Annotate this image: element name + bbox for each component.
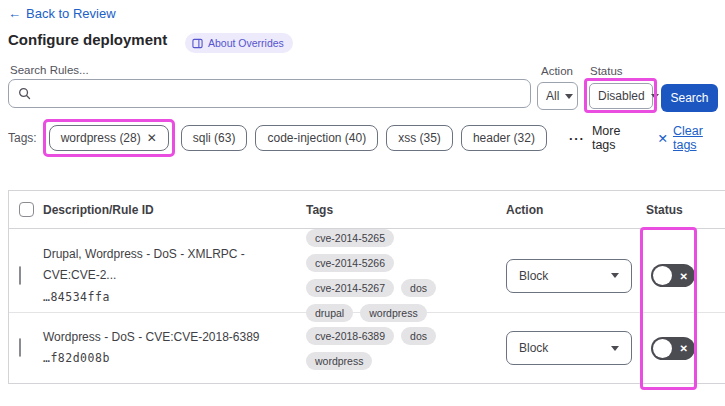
clear-tags-button[interactable]: ✕ Clear tags: [657, 124, 717, 152]
clear-tags-label: Clear tags: [673, 124, 717, 152]
tag-chip-label: sqli (63): [193, 131, 236, 145]
search-input[interactable]: [8, 79, 531, 108]
search-icon: [18, 87, 31, 100]
row-checkbox[interactable]: [19, 266, 21, 285]
about-overrides-label: About Overrides: [208, 37, 284, 49]
rule-tags: cve-2018-6389 dos wordpress: [306, 327, 506, 370]
rule-tags: cve-2014-5265 cve-2014-5266 cve-2014-526…: [306, 229, 506, 322]
rule-tag: cve-2014-5267: [306, 279, 394, 297]
rule-tag: cve-2018-6389: [306, 327, 394, 345]
tag-chip-label: code-injection (40): [267, 131, 366, 145]
tag-chip-wordpress[interactable]: wordpress (28) ✕: [49, 125, 169, 151]
more-tags-button[interactable]: ··· More tags: [569, 124, 634, 152]
column-header-tags: Tags: [306, 203, 506, 217]
rule-tag: drupal: [306, 304, 353, 322]
action-filter-label: Action: [541, 65, 573, 77]
column-header-action: Action: [506, 203, 646, 217]
column-header-status: Status: [646, 203, 725, 217]
rule-description: Drupal, Wordpress - DoS - XMLRPC - CVE:C…: [43, 244, 292, 287]
tag-chip-label: wordpress (28): [61, 131, 141, 145]
toggle-knob: [653, 339, 672, 358]
status-filter-dropdown[interactable]: Disabled: [589, 83, 653, 109]
tags-bar: Tags: wordpress (28) ✕ sqli (63) code-in…: [8, 122, 717, 154]
chevron-down-icon: [565, 94, 573, 99]
tag-chip-xss[interactable]: xss (35): [386, 125, 453, 151]
rule-tag: cve-2014-5266: [306, 254, 394, 272]
action-select-value: Block: [519, 269, 548, 283]
rule-id: …f82d008b: [43, 348, 292, 369]
select-all-checkbox[interactable]: [19, 202, 34, 217]
rule-tag: wordpress: [306, 352, 372, 370]
status-toggle[interactable]: ✕: [651, 337, 695, 360]
tag-chip-label: header (32): [473, 131, 535, 145]
chevron-down-icon: [611, 346, 619, 351]
row-checkbox[interactable]: [19, 338, 21, 357]
chevron-down-icon: [651, 94, 659, 99]
tag-chip-header[interactable]: header (32): [461, 125, 547, 151]
rule-id: …84534ffa: [43, 287, 292, 308]
tags-bar-label: Tags:: [8, 131, 37, 145]
rules-table: Description/Rule ID Tags Action Status D…: [8, 190, 725, 384]
rule-tag: cve-2014-5265: [306, 229, 394, 247]
selected-tag-highlight: wordpress (28) ✕: [43, 119, 175, 157]
table-row: Wordpress - DoS - CVE:CVE-2018-6389 …f82…: [9, 313, 725, 383]
tag-chip-label: xss (35): [398, 131, 441, 145]
arrow-left-icon: ←: [8, 6, 21, 21]
action-select-value: Block: [519, 341, 548, 355]
book-reader-icon: [192, 38, 203, 49]
toggle-knob: [653, 266, 672, 285]
chevron-down-icon: [611, 273, 619, 278]
more-tags-label: More tags: [592, 124, 634, 152]
ellipsis-icon: ···: [569, 131, 585, 146]
remove-tag-icon[interactable]: ✕: [147, 131, 157, 145]
action-select[interactable]: Block: [506, 259, 632, 293]
tag-chip-code-injection[interactable]: code-injection (40): [255, 125, 378, 151]
page-title: Configure deployment: [8, 31, 167, 48]
tag-chip-sqli[interactable]: sqli (63): [181, 125, 248, 151]
column-header-description: Description/Rule ID: [43, 203, 306, 217]
search-rules-label: Search Rules...: [10, 64, 89, 76]
rule-description: Wordpress - DoS - CVE:CVE-2018-6389: [43, 327, 292, 349]
back-to-review-link[interactable]: ← Back to Review: [8, 6, 116, 21]
toggle-off-icon: ✕: [680, 343, 688, 354]
action-filter-dropdown[interactable]: All: [537, 82, 578, 110]
rule-tag: dos: [401, 327, 436, 345]
about-overrides-badge[interactable]: About Overrides: [185, 33, 293, 53]
back-link-label: Back to Review: [26, 6, 116, 21]
status-filter-value: Disabled: [598, 89, 645, 103]
close-icon: ✕: [657, 131, 667, 146]
action-filter-value: All: [546, 89, 559, 103]
rule-tag: wordpress: [360, 304, 426, 322]
rule-tag: dos: [401, 279, 436, 297]
table-row: Drupal, Wordpress - DoS - XMLRPC - CVE:C…: [9, 229, 725, 313]
action-select[interactable]: Block: [506, 331, 632, 365]
toggle-off-icon: ✕: [680, 270, 688, 281]
status-filter-label: Status: [590, 65, 623, 77]
search-button[interactable]: Search: [661, 84, 718, 112]
table-header-row: Description/Rule ID Tags Action Status: [9, 191, 725, 229]
status-toggle[interactable]: ✕: [651, 264, 695, 287]
configure-deployment-page: ← Back to Review Configure deployment Ab…: [0, 0, 725, 406]
